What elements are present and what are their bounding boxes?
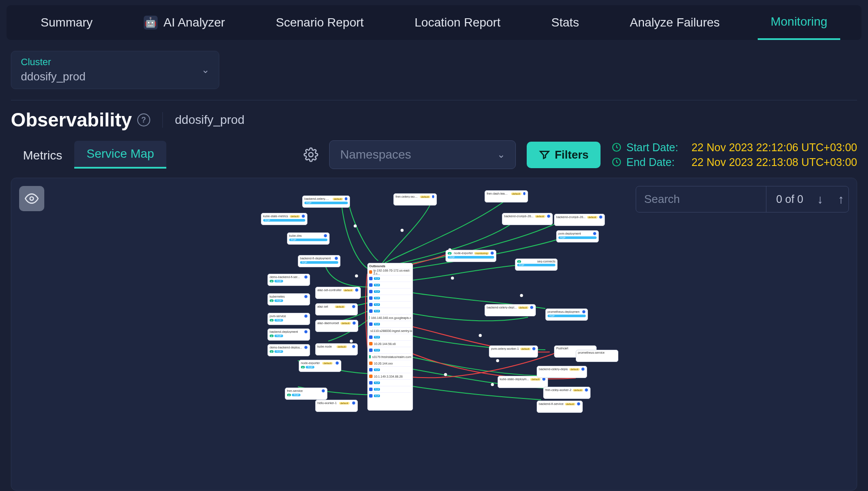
help-icon[interactable]: ?: [137, 113, 150, 126]
service-map-node[interactable]: alaz-set-controllerdefault: [315, 287, 361, 299]
tab-scenario-label: Scenario Report: [276, 16, 363, 30]
tab-summary[interactable]: Summary: [28, 5, 106, 40]
namespace-select-dropdown[interactable]: Namespaces ⌄: [329, 140, 516, 169]
service-map-panel: 0 of 0 ↓ ↑: [11, 178, 857, 491]
service-map-node[interactable]: fnm-celery-worker-de...default: [393, 193, 437, 206]
svg-point-4: [401, 229, 404, 232]
service-map-node[interactable]: kube-state-metricsdefaultTCP: [261, 213, 307, 225]
service-map-node[interactable]: pvm-celery-worker-1default: [489, 345, 538, 358]
tab-ai-analyzer[interactable]: 🤖 AI Analyzer: [131, 5, 238, 40]
svg-point-12: [355, 275, 358, 278]
service-map-node[interactable]: node-exporterdefaultpTCP: [299, 360, 341, 372]
service-map-node[interactable]: backend-celery-deplodefault: [537, 366, 587, 378]
tab-scenario-report[interactable]: Scenario Report: [263, 5, 376, 40]
service-map-node[interactable]: prometheus-deploymenTCP: [545, 309, 588, 321]
tab-location-report[interactable]: Location Report: [402, 5, 514, 40]
service-map-node[interactable]: alaz-daemonsetdefault: [315, 320, 358, 332]
filters-button[interactable]: Filters: [527, 142, 601, 168]
tab-stats-label: Stats: [551, 16, 579, 30]
service-map-node[interactable]: pseq-connectsTCP: [515, 259, 558, 271]
service-map-node[interactable]: prometheus-service: [576, 350, 618, 362]
service-map-node[interactable]: alaz-setdefault: [315, 303, 358, 315]
service-map-node[interactable]: hello-worker-1default: [315, 400, 358, 412]
svg-point-9: [496, 359, 499, 362]
graph-edges: [11, 178, 857, 490]
service-map-node[interactable]: pnode-exportermonitoringTCP: [446, 250, 496, 262]
service-map-node[interactable]: pvm-servicepTCP: [267, 313, 310, 325]
sub-tabs: Metrics Service Map: [11, 141, 166, 169]
tab-analyze-failures[interactable]: Analyze Failures: [617, 5, 733, 40]
service-map-node[interactable]: kube-nodedefault: [315, 343, 358, 355]
service-map-node[interactable]: kubernetespTCP: [267, 293, 310, 305]
svg-point-8: [479, 334, 482, 337]
tab-location-label: Location Report: [415, 16, 501, 30]
gear-icon[interactable]: [304, 147, 318, 162]
tab-monitoring-label: Monitoring: [771, 15, 828, 29]
cluster-select-dropdown[interactable]: Cluster ddosify_prod ⌄: [11, 51, 219, 89]
service-map-node[interactable]: backend-cronjob-28...default: [554, 214, 605, 226]
tab-stats[interactable]: Stats: [538, 5, 592, 40]
sub-tab-service-map[interactable]: Service Map: [74, 141, 166, 169]
service-map-node[interactable]: backend-deploymentpTCP: [267, 328, 310, 341]
tab-summary-label: Summary: [41, 16, 93, 30]
svg-point-11: [491, 383, 494, 386]
node-header: Outbounds: [369, 265, 411, 268]
clock-icon: [611, 142, 622, 153]
vertical-divider: [162, 112, 163, 128]
filter-icon: [539, 149, 550, 160]
service-map-node[interactable]: backend-cronjob-28...default: [502, 213, 553, 225]
sub-tab-metrics[interactable]: Metrics: [11, 143, 74, 169]
clock-icon: [611, 157, 622, 167]
svg-point-6: [451, 277, 454, 280]
service-map-node[interactable]: demo-backend-fi-ser...pTCP: [267, 274, 310, 286]
end-date-label: End Date:: [626, 156, 687, 169]
cluster-value: ddosify_prod: [21, 70, 86, 83]
service-map-node[interactable]: backend-fi-deploymentTCP: [298, 255, 340, 267]
svg-point-3: [354, 225, 357, 228]
service-map-node[interactable]: backend-celery-depl...default: [485, 304, 536, 316]
service-map-node[interactable]: backend-fi-servicedefault: [537, 401, 583, 413]
robot-icon: 🤖: [144, 16, 158, 30]
service-map-node[interactable]: demo-backend-deploy...pTCP: [267, 344, 310, 356]
tab-failures-label: Analyze Failures: [630, 16, 720, 30]
service-map-node[interactable]: fnm-servicepTCP: [285, 388, 327, 400]
end-date-value: 22 Nov 2023 22:13:08 UTC+03:00: [691, 156, 857, 169]
tab-monitoring[interactable]: Monitoring: [758, 5, 841, 40]
service-map-node[interactable]: fnm-celey-worker-2default: [543, 387, 591, 399]
page-title: Observability ?: [11, 109, 150, 131]
svg-point-7: [520, 294, 523, 297]
cluster-label: Cluster: [21, 56, 86, 68]
service-map-node-outbounds[interactable]: Outbounds ip-192-168-70-172.us-east-2.c.…: [367, 263, 413, 411]
chevron-down-icon: ⌄: [201, 64, 209, 76]
filters-button-label: Filters: [554, 148, 588, 162]
namespace-placeholder: Namespaces: [340, 148, 411, 162]
tab-ai-label: AI Analyzer: [164, 16, 225, 30]
top-nav-tabs: Summary 🤖 AI Analyzer Scenario Report Lo…: [7, 5, 861, 40]
service-map-node[interactable]: fnm-dash-team-depl...default: [485, 190, 528, 202]
start-date-label: Start Date:: [626, 141, 687, 154]
divider: [11, 100, 857, 100]
svg-point-14: [350, 340, 353, 343]
svg-point-10: [444, 373, 447, 376]
service-map-node[interactable]: kube-dnsTCP: [287, 232, 330, 245]
start-date-value: 22 Nov 2023 22:12:06 UTC+03:00: [691, 141, 857, 154]
date-range: Start Date: 22 Nov 2023 22:12:06 UTC+03:…: [611, 141, 857, 169]
service-map-node[interactable]: pvm-deploymentTCP: [556, 230, 599, 242]
cluster-name-breadcrumb: ddosify_prod: [175, 113, 244, 127]
page-title-text: Observability: [11, 109, 132, 131]
service-map-node[interactable]: backend-celery-work...defaultTCP: [302, 196, 350, 208]
chevron-down-icon: ⌄: [497, 149, 505, 160]
